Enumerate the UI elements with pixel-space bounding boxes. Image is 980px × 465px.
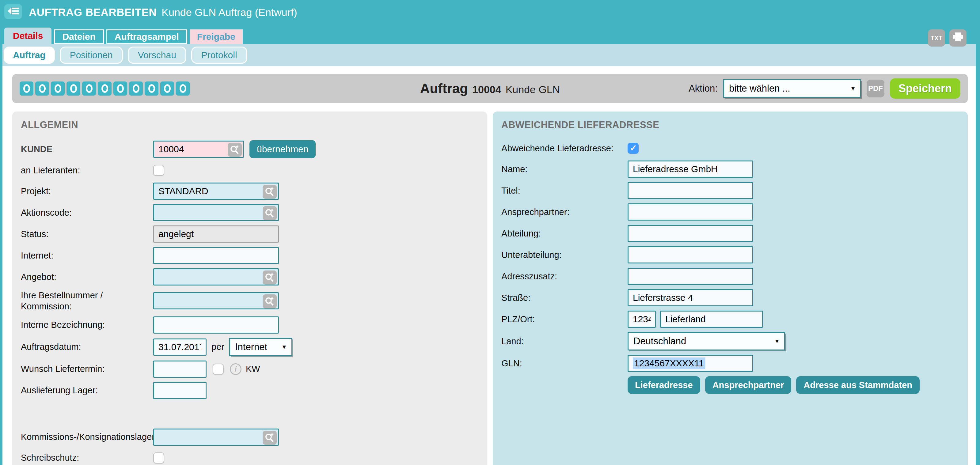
kommissionslager-row: Kommissions-/Konsignationslager: — [21, 428, 479, 446]
ansprechpartner-input[interactable] — [628, 203, 753, 221]
land-select-value: Deutschland — [633, 336, 686, 347]
search-plus-icon[interactable] — [228, 143, 242, 157]
toolbar-circle-button[interactable] — [129, 81, 143, 95]
land-select[interactable]: Deutschland — [628, 332, 785, 351]
abweichende-row: Abweichende Lieferadresse: — [501, 140, 959, 156]
tab-auftrag[interactable]: Auftrag — [4, 46, 55, 64]
toolbar-circle-button[interactable] — [20, 81, 33, 95]
wunsch-liefertermin-label: Wunsch Liefertermin: — [21, 363, 153, 375]
print-button[interactable] — [949, 29, 967, 46]
status-row: Status: angelegt — [21, 225, 479, 243]
auftragsdatum-row: Auftragsdatum: 31.07.2017 per Internet — [21, 338, 479, 356]
aktionscode-label: Aktionscode: — [21, 207, 153, 218]
per-select[interactable]: Internet — [229, 338, 292, 356]
projekt-value: STANDARD — [158, 186, 208, 196]
circle-icon — [23, 84, 30, 93]
plz-input[interactable]: 12345 — [628, 311, 656, 328]
angebot-label: Angebot: — [21, 271, 153, 282]
search-plus-icon[interactable] — [262, 294, 277, 308]
info-icon — [230, 363, 242, 375]
gln-label: GLN: — [501, 358, 628, 369]
schreibschutz-checkbox[interactable] — [153, 452, 164, 463]
per-select-value: Internet — [235, 341, 267, 352]
toolbar-circle-button[interactable] — [35, 81, 49, 95]
adresszusatz-input[interactable] — [628, 268, 753, 285]
status-label: Status: — [21, 229, 153, 240]
back-button[interactable] — [4, 4, 22, 19]
tab-vorschau-label: Vorschau — [138, 50, 176, 60]
gln-input[interactable]: 1234567XXXX11 — [628, 355, 753, 372]
header-action-icons: TXT — [928, 29, 967, 46]
interne-bezeichnung-input[interactable] — [153, 316, 279, 333]
tab-positionen[interactable]: Positionen — [60, 46, 123, 64]
tab-vorschau[interactable]: Vorschau — [128, 46, 186, 64]
toolbar-circle-button[interactable] — [82, 81, 96, 95]
unterabteilung-input[interactable] — [628, 246, 753, 263]
toolbar-circle-button[interactable] — [176, 81, 190, 95]
tab-freigabe[interactable]: Freigabe — [190, 29, 243, 44]
abweichende-checkbox[interactable] — [628, 143, 639, 154]
ort-input[interactable]: Lieferland — [660, 311, 763, 328]
adresse-aus-stammdaten-button[interactable]: Adresse aus Stammdaten — [796, 376, 920, 394]
txt-export-button[interactable]: TXT — [928, 29, 945, 46]
toolbar-circle-button[interactable] — [51, 81, 65, 95]
tab-protokoll[interactable]: Protokoll — [191, 46, 247, 64]
lieferadresse-button[interactable]: Lieferadresse — [628, 376, 700, 394]
search-plus-icon[interactable] — [262, 185, 277, 199]
tab-details-label: Details — [13, 31, 43, 41]
action-select[interactable]: bitte wählen ... — [723, 79, 861, 98]
auslieferung-lager-input[interactable] — [153, 382, 207, 399]
kommissionslager-input[interactable] — [153, 428, 279, 446]
toolbar-circle-button[interactable] — [160, 81, 174, 95]
bestellnummer-label: Ihre Bestellnummer / Kommission: — [21, 290, 153, 312]
projekt-input[interactable]: STANDARD — [153, 183, 279, 200]
toolbar-circle-button[interactable] — [67, 81, 80, 95]
adresszusatz-row: Adresszusatz: — [501, 268, 959, 285]
an-lieferanten-checkbox[interactable] — [153, 165, 164, 176]
pdf-button[interactable]: PDF — [867, 79, 885, 97]
tab-details[interactable]: Details — [4, 28, 51, 44]
uebernehmen-button[interactable]: übernehmen — [250, 140, 316, 158]
content-area: Auftrag 10004 Kunde GLN Aktion: bitte wä… — [0, 66, 980, 465]
search-plus-icon[interactable] — [262, 206, 277, 220]
toolbar-circle-button[interactable] — [145, 81, 158, 95]
abweichende-label: Abweichende Lieferadresse: — [501, 143, 628, 154]
circle-icon — [164, 84, 171, 93]
land-row: Land: Deutschland — [501, 332, 959, 351]
aktionscode-row: Aktionscode: — [21, 204, 479, 221]
wunsch-liefertermin-input[interactable] — [153, 360, 207, 378]
titel-input[interactable] — [628, 182, 753, 199]
page: AUFTRAG BEARBEITEN Kunde GLN Auftrag (En… — [0, 0, 980, 465]
circle-icon — [54, 84, 61, 93]
kw-label: KW — [246, 364, 260, 374]
abteilung-input[interactable] — [628, 225, 753, 242]
auftragsdatum-input[interactable]: 31.07.2017 — [153, 338, 207, 355]
page-title: AUFTRAG BEARBEITEN Kunde GLN Auftrag (En… — [29, 4, 297, 18]
kommissionslager-label: Kommissions-/Konsignationslager: — [21, 431, 153, 442]
ansprechpartner-button[interactable]: Ansprechpartner — [705, 376, 792, 394]
angebot-row: Angebot: — [21, 268, 479, 286]
internet-input[interactable] — [153, 247, 279, 264]
angebot-input[interactable] — [153, 268, 279, 286]
circle-icon — [39, 84, 46, 93]
auslieferung-lager-label: Auslieferung Lager: — [21, 385, 153, 396]
tab-auftragsampel[interactable]: Auftragsampel — [107, 29, 187, 44]
toolbar-circle-button[interactable] — [98, 81, 111, 95]
bestellnummer-input[interactable] — [153, 292, 279, 309]
name-input[interactable]: Lieferadresse GmbH — [628, 160, 753, 178]
adresszusatz-label: Adresszusatz: — [501, 271, 628, 282]
tab-dateien[interactable]: Dateien — [54, 29, 103, 44]
circle-icon — [102, 84, 108, 93]
strasse-input[interactable]: Lieferstrasse 4 — [628, 289, 753, 306]
aktionscode-input[interactable] — [153, 204, 279, 221]
save-button[interactable]: Speichern — [890, 78, 960, 98]
page-edge-left — [0, 0, 2, 465]
printer-icon — [953, 32, 964, 44]
schreibschutz-label: Schreibschutz: — [21, 452, 153, 463]
toolbar-circle-button[interactable] — [113, 81, 127, 95]
kunde-input[interactable]: 10004 — [153, 141, 244, 158]
search-plus-icon[interactable] — [262, 431, 277, 445]
internet-label: Internet: — [21, 250, 153, 261]
kw-checkbox[interactable] — [213, 363, 224, 375]
search-plus-icon[interactable] — [262, 270, 277, 284]
